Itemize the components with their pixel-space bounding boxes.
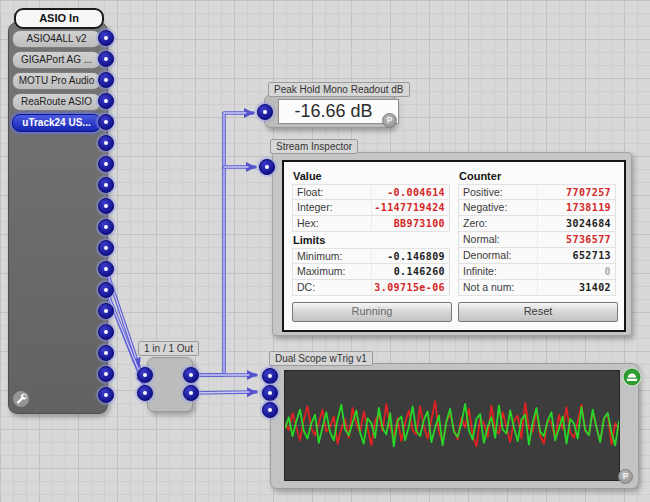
positive-count: 7707257: [537, 185, 615, 199]
scope-node-title[interactable]: Dual Scope wTrig v1: [269, 351, 373, 366]
counter-section-header: Counter: [458, 168, 616, 184]
asio-output-port-13[interactable]: [95, 279, 117, 301]
trigger-icon[interactable]: [622, 367, 642, 387]
asio-output-port-1[interactable]: [95, 27, 117, 49]
table-row: Hex: BB973100: [292, 216, 450, 232]
table-row: Not a num: 31402: [458, 280, 616, 296]
trace-channel-green: [285, 404, 619, 447]
asio-output-port-11[interactable]: [95, 237, 117, 259]
inspector-right-column: Counter Positive: 7707257 Negative: 1738…: [458, 168, 616, 296]
splitter-input-port-2[interactable]: [134, 382, 156, 404]
table-row: Zero: 3024684: [458, 216, 616, 232]
inspector-node-title[interactable]: Stream Inspector: [270, 139, 358, 154]
asio-output-port-7[interactable]: [95, 153, 117, 175]
asio-output-port-12[interactable]: [95, 258, 117, 280]
normal-count: 5736577: [537, 232, 615, 247]
asio-in-node-title[interactable]: ASIO In: [14, 8, 104, 29]
integer-value: -1147719424: [371, 200, 449, 215]
peak-param-badge[interactable]: P: [382, 113, 397, 128]
peak-readout-node[interactable]: -16.66 dB: [264, 94, 396, 128]
table-row: Minimum: -0.146809: [292, 248, 450, 264]
asio-output-port-9[interactable]: [95, 195, 117, 217]
table-row: DC: 3.09715e-06: [292, 280, 450, 296]
maximum-value: 0.146260: [371, 264, 449, 279]
table-row: Maximum: 0.146260: [292, 264, 450, 280]
table-row: Positive: 7707257: [458, 184, 616, 200]
dc-value: 3.09715e-06: [371, 280, 449, 295]
peak-node-title[interactable]: Peak Hold Mono Readout dB: [268, 82, 410, 97]
scope-input-port-3[interactable]: [259, 399, 281, 421]
asio-output-port-4[interactable]: [95, 90, 117, 112]
dual-scope-node[interactable]: [270, 363, 639, 489]
table-row: Negative: 1738119: [458, 200, 616, 216]
value-section-header: Value: [292, 168, 450, 184]
inspector-input-port[interactable]: [256, 156, 278, 178]
splitter-output-port-2[interactable]: [180, 382, 202, 404]
cable-splitter-to-peak: [191, 113, 253, 375]
running-button[interactable]: Running: [292, 302, 452, 322]
asio-output-port-5[interactable]: [95, 111, 117, 133]
asio-output-port-15[interactable]: [95, 321, 117, 343]
device-item-rearoute[interactable]: ReaRoute ASIO: [12, 93, 101, 111]
minimum-value: -0.146809: [371, 249, 449, 263]
table-row: Float: -0.004614: [292, 184, 450, 200]
device-item-utrack24-selected[interactable]: uTrack24 US...: [12, 114, 101, 132]
peak-input-port[interactable]: [254, 101, 276, 123]
device-item-asio4all[interactable]: ASIO4ALL v2: [12, 30, 101, 48]
peak-db-value: -16.66 dB: [278, 99, 399, 124]
table-row: Infinite: 0: [458, 264, 616, 280]
asio-output-port-6[interactable]: [95, 132, 117, 154]
asio-output-port-17[interactable]: [95, 363, 117, 385]
asio-output-port-2[interactable]: [95, 48, 117, 70]
asio-output-port-14[interactable]: [95, 300, 117, 322]
scope-display: [284, 370, 620, 481]
waveform-traces: [285, 371, 619, 480]
reset-button[interactable]: Reset: [458, 302, 618, 322]
negative-count: 1738119: [537, 200, 615, 215]
asio-output-port-10[interactable]: [95, 216, 117, 238]
hex-value: BB973100: [371, 216, 449, 231]
table-row: Denormal: 652713: [458, 248, 616, 264]
asio-output-port-16[interactable]: [95, 342, 117, 364]
inspector-left-column: Value Float: -0.004614 Integer: -1147719…: [292, 168, 450, 296]
asio-output-port-3[interactable]: [95, 69, 117, 91]
device-item-motu[interactable]: MOTU Pro Audio: [12, 72, 101, 90]
scope-param-badge[interactable]: P: [618, 469, 633, 484]
device-item-gigaport[interactable]: GIGAPort AG ...: [12, 51, 101, 69]
nan-count: 31402: [537, 280, 615, 295]
float-value: -0.004614: [371, 185, 449, 199]
table-row: Integer: -1147719424: [292, 200, 450, 216]
wrench-icon[interactable]: [13, 391, 29, 407]
denormal-count: 652713: [537, 248, 615, 263]
inspector-panel: Value Float: -0.004614 Integer: -1147719…: [282, 160, 626, 332]
table-row: Normal: 5736577: [458, 232, 616, 248]
splitter-node-title[interactable]: 1 in / 1 Out: [138, 341, 199, 356]
asio-output-port-8[interactable]: [95, 174, 117, 196]
infinite-count: 0: [537, 264, 615, 279]
stream-inspector-node[interactable]: Value Float: -0.004614 Integer: -1147719…: [272, 152, 632, 336]
limits-section-header: Limits: [292, 232, 450, 248]
asio-output-port-18[interactable]: [95, 384, 117, 406]
zero-count: 3024684: [537, 216, 615, 231]
